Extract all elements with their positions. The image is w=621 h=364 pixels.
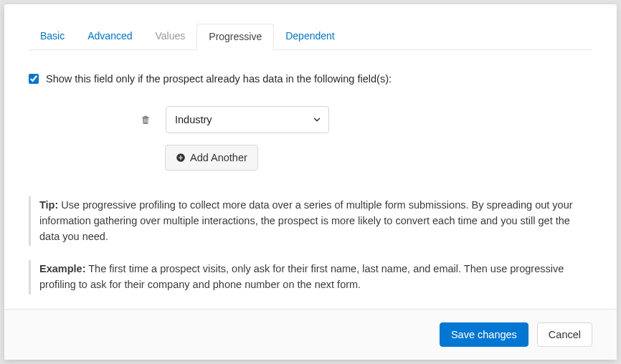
field-select-wrapper: Industry (166, 106, 329, 133)
cancel-button[interactable]: Cancel (537, 322, 592, 347)
tab-bar: Basic Advanced Values Progressive Depend… (29, 23, 592, 50)
add-another-row: Add Another (165, 145, 592, 171)
field-select[interactable]: Industry (166, 106, 329, 133)
modal-content: Basic Advanced Values Progressive Depend… (4, 4, 617, 309)
trash-icon[interactable] (140, 114, 151, 125)
tip-note: Tip: Use progressive profiling to collec… (29, 196, 592, 246)
tab-dependent[interactable]: Dependent (274, 24, 346, 50)
tip-text: Use progressive profiling to collect mor… (39, 199, 573, 242)
modal-footer: Save changes Cancel (4, 309, 617, 360)
show-field-checkbox-label: Show this field only if the prospect alr… (46, 73, 392, 85)
modal-dialog: Basic Advanced Values Progressive Depend… (4, 4, 617, 360)
show-field-checkbox[interactable] (29, 74, 39, 84)
show-field-checkbox-row: Show this field only if the prospect alr… (29, 73, 592, 85)
example-label: Example: (39, 263, 85, 274)
tab-progressive[interactable]: Progressive (196, 24, 274, 50)
tab-values[interactable]: Values (144, 24, 197, 50)
plus-circle-icon (176, 153, 186, 163)
save-button[interactable]: Save changes (440, 322, 528, 347)
field-condition-row: Industry (140, 106, 592, 133)
tab-basic[interactable]: Basic (29, 24, 76, 50)
tab-advanced[interactable]: Advanced (76, 24, 143, 50)
add-another-button[interactable]: Add Another (165, 145, 258, 171)
tip-label: Tip: (39, 199, 58, 211)
example-text: The first time a prospect visits, only a… (39, 263, 564, 290)
add-another-label: Add Another (190, 152, 247, 163)
example-note: Example: The first time a prospect visit… (29, 260, 592, 294)
